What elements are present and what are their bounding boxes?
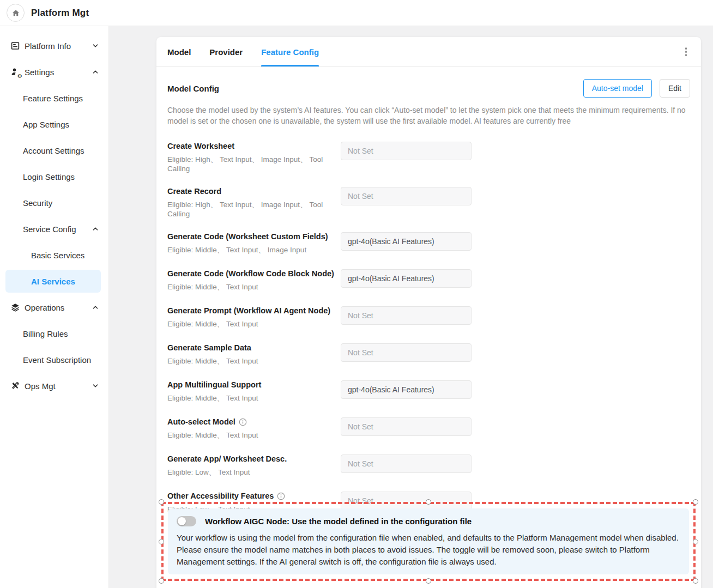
aigc-panel-description: Your workflow is using the model from th… bbox=[177, 532, 680, 568]
page-title: Platform Mgt bbox=[31, 8, 89, 19]
home-button[interactable] bbox=[7, 4, 25, 22]
model-select[interactable]: Not Set bbox=[341, 306, 472, 325]
selection-handle[interactable] bbox=[426, 578, 431, 584]
sidebar-item-feature-settings[interactable]: Feature Settings bbox=[0, 85, 108, 111]
feature-title-text: Create Worksheet bbox=[167, 142, 234, 150]
feature-title-text: Create Record bbox=[167, 187, 221, 196]
feature-title: Create Worksheet bbox=[167, 142, 341, 150]
model-select[interactable]: Not Set bbox=[341, 142, 472, 160]
sidebar-item-label: Service Config bbox=[23, 225, 76, 234]
selection-handle[interactable] bbox=[693, 539, 698, 544]
home-icon bbox=[11, 9, 20, 17]
feature-eligible: Eligible: Low、 Text Input bbox=[167, 468, 341, 477]
sidebar-item-login-settings[interactable]: Login Settings bbox=[0, 163, 108, 190]
feature-row-generate-code-block: Generate Code (Workflow Code Block Node)… bbox=[167, 269, 690, 292]
feature-eligible: Eligible: Middle、 Text Input bbox=[167, 393, 341, 403]
feature-eligible: Eligible: High、 Text Input、 Image Input、… bbox=[167, 155, 341, 173]
feature-title-text: Generate Code (Worksheet Custom Fields) bbox=[167, 232, 328, 241]
sidebar-item-ops-mgt[interactable]: Ops Mgt bbox=[0, 373, 108, 399]
info-icon[interactable] bbox=[239, 418, 247, 426]
selection-overlay[interactable]: Workflow AIGC Node: Use the model define… bbox=[161, 502, 696, 581]
selection-handle[interactable] bbox=[159, 578, 164, 584]
sidebar-item-service-config[interactable]: Service Config bbox=[0, 216, 108, 242]
model-select[interactable]: gpt-4o(Basic AI Features) bbox=[341, 380, 472, 399]
feature-title: Generate App/ Worksheet Desc. bbox=[167, 454, 341, 463]
sidebar-item-label: AI Services bbox=[31, 277, 75, 286]
model-select[interactable]: Not Set bbox=[341, 454, 472, 473]
selection-handle[interactable] bbox=[693, 499, 698, 505]
model-select[interactable]: gpt-4o(Basic AI Features) bbox=[341, 232, 472, 251]
edit-button[interactable]: Edit bbox=[660, 79, 690, 98]
sidebar-item-label: Event Subscription bbox=[23, 355, 91, 365]
sidebar-item-security[interactable]: Security bbox=[0, 190, 108, 216]
feature-title-text: Generate Code (Workflow Code Block Node) bbox=[167, 269, 334, 278]
sidebar-item-label: App Settings bbox=[23, 120, 69, 129]
feature-title: App Multilingual Support bbox=[167, 380, 341, 389]
feature-title-text: App Multilingual Support bbox=[167, 380, 261, 389]
selection-handle[interactable] bbox=[159, 499, 164, 505]
sidebar: Platform Info ⚙ Settings Feature Setting… bbox=[0, 26, 109, 588]
tab-model[interactable]: Model bbox=[167, 37, 191, 66]
sidebar-item-ai-services[interactable]: AI Services bbox=[5, 270, 101, 293]
aigc-toggle[interactable] bbox=[177, 516, 196, 526]
feature-row-create-worksheet: Create Worksheet Eligible: High、 Text In… bbox=[167, 142, 690, 173]
sidebar-item-account-settings[interactable]: Account Settings bbox=[0, 137, 108, 163]
chevron-up-icon bbox=[92, 304, 99, 311]
more-menu-icon[interactable] bbox=[682, 44, 691, 59]
feature-row-generate-sample-data: Generate Sample Data Eligible: Middle、 T… bbox=[167, 343, 690, 366]
sidebar-item-label: Feature Settings bbox=[23, 94, 83, 103]
section-title: Model Config bbox=[167, 84, 219, 93]
sidebar-item-billing-rules[interactable]: Billing Rules bbox=[0, 320, 108, 347]
sidebar-item-label: Operations bbox=[25, 303, 64, 312]
sidebar-item-basic-services[interactable]: Basic Services bbox=[0, 242, 108, 268]
feature-eligible: Eligible: Middle、 Text Input、 Image Inpu… bbox=[167, 245, 341, 255]
model-select[interactable]: Not Set bbox=[341, 417, 472, 436]
model-select[interactable]: gpt-4o(Basic AI Features) bbox=[341, 269, 472, 288]
sidebar-item-operations[interactable]: Operations bbox=[0, 294, 108, 320]
feature-title-text: Generate App/ Worksheet Desc. bbox=[167, 454, 287, 463]
sidebar-item-label: Security bbox=[23, 198, 52, 208]
chevron-up-icon bbox=[92, 69, 99, 75]
sidebar-item-label: Platform Info bbox=[25, 41, 71, 51]
feature-title-text: Generate Prompt (Workflow AI Agent Node) bbox=[167, 306, 330, 315]
sidebar-item-settings[interactable]: ⚙ Settings bbox=[0, 59, 108, 85]
feature-title: Generate Sample Data bbox=[167, 343, 341, 352]
sidebar-item-label: Basic Services bbox=[31, 251, 84, 260]
chevron-up-icon bbox=[92, 226, 99, 232]
feature-row-create-record: Create Record Eligible: High、 Text Input… bbox=[167, 187, 690, 218]
info-icon[interactable] bbox=[277, 492, 285, 500]
feature-eligible: Eligible: Middle、 Text Input bbox=[167, 356, 341, 366]
feature-eligible: Eligible: High、 Text Input、 Image Input、… bbox=[167, 200, 341, 218]
sidebar-item-label: Billing Rules bbox=[23, 329, 68, 338]
model-select[interactable]: Not Set bbox=[341, 343, 472, 362]
feature-title: Generate Code (Worksheet Custom Fields) bbox=[167, 232, 341, 241]
feature-title: Auto-select Model bbox=[167, 417, 341, 426]
sidebar-item-event-subscription[interactable]: Event Subscription bbox=[0, 347, 108, 373]
sidebar-item-app-settings[interactable]: App Settings bbox=[0, 111, 108, 137]
feature-title-text: Other Accessibility Features bbox=[167, 492, 274, 500]
feature-title: Other Accessibility Features bbox=[167, 492, 341, 500]
tab-bar: Model Provider Feature Config bbox=[156, 37, 701, 67]
feature-title-text: Generate Sample Data bbox=[167, 343, 251, 352]
feature-list: Create Worksheet Eligible: High、 Text In… bbox=[167, 142, 690, 514]
auto-set-model-button[interactable]: Auto-set model bbox=[583, 79, 652, 98]
selection-handle[interactable] bbox=[426, 499, 431, 505]
feature-title-text: Auto-select Model bbox=[167, 417, 235, 426]
feature-title: Generate Code (Workflow Code Block Node) bbox=[167, 269, 341, 278]
selection-handle[interactable] bbox=[159, 539, 164, 544]
sidebar-item-platform-info[interactable]: Platform Info bbox=[0, 33, 108, 59]
sidebar-item-label: Login Settings bbox=[23, 172, 75, 181]
aigc-panel-title: Workflow AIGC Node: Use the model define… bbox=[205, 517, 472, 526]
tab-feature-config[interactable]: Feature Config bbox=[261, 37, 319, 66]
tools-icon bbox=[10, 381, 20, 391]
feature-row-generate-prompt: Generate Prompt (Workflow AI Agent Node)… bbox=[167, 306, 690, 329]
feature-eligible: Eligible: Middle、 Text Input bbox=[167, 431, 341, 440]
sidebar-item-label: Account Settings bbox=[23, 146, 84, 155]
feature-row-generate-desc: Generate App/ Worksheet Desc. Eligible: … bbox=[167, 454, 690, 477]
sidebar-item-label: Settings bbox=[25, 68, 54, 77]
selection-handle[interactable] bbox=[693, 578, 698, 584]
model-select[interactable]: Not Set bbox=[341, 187, 472, 205]
tab-provider[interactable]: Provider bbox=[209, 37, 243, 66]
feature-eligible: Eligible: Middle、 Text Input bbox=[167, 282, 341, 292]
feature-row-auto-select-model: Auto-select Model Eligible: Middle、 Text… bbox=[167, 417, 690, 440]
